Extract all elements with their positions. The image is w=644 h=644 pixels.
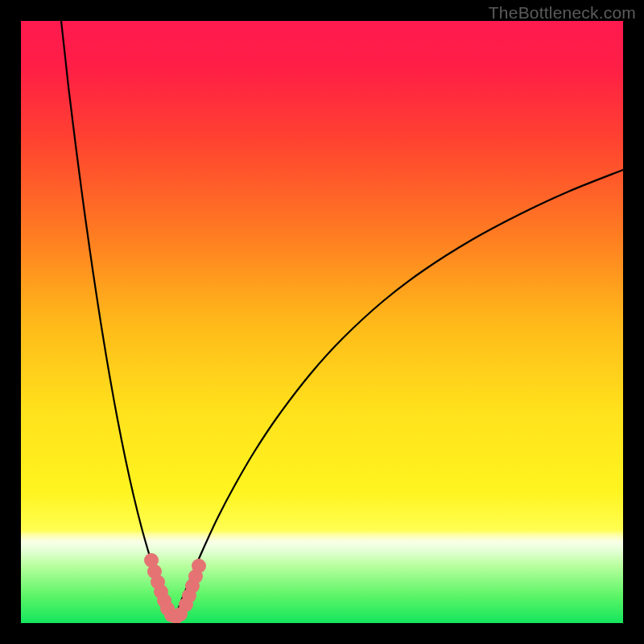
watermark-text: TheBottleneck.com — [489, 3, 636, 23]
curve-left-branch — [61, 21, 174, 618]
chart-stage: TheBottleneck.com — [0, 0, 644, 644]
curve-layer — [21, 21, 623, 623]
highlight-dot — [192, 559, 206, 573]
curve-right-branch — [174, 170, 623, 618]
plot-area — [21, 21, 623, 623]
